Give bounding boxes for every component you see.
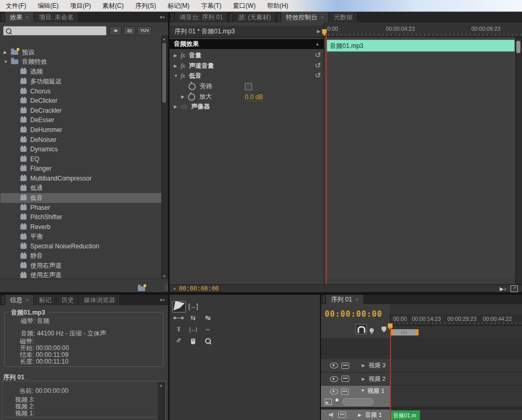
close-icon[interactable]: × — [355, 296, 359, 303]
rate-stretch-tool[interactable]: ↹ — [201, 313, 214, 323]
zoom-tool[interactable] — [201, 335, 214, 346]
chevron-down-icon[interactable]: ▼ — [361, 388, 365, 393]
effect-row-bypass[interactable]: 旁路 — [188, 81, 319, 91]
panel-menu-icon[interactable]: ▾≡ — [157, 295, 168, 305]
effect-row-bass[interactable]: ▼fx 低音 — [174, 71, 323, 81]
menu-sequence[interactable]: 序列(S) — [129, 0, 162, 11]
effect-row-volume[interactable]: ▶fx 音量 — [174, 51, 323, 61]
effect-item[interactable]: Phaser — [1, 203, 161, 213]
track-lane-audio1[interactable]: 音频01.m — [390, 410, 522, 420]
close-icon[interactable]: × — [321, 14, 324, 20]
sync-lock-icon[interactable] — [341, 376, 349, 382]
panel-menu-icon[interactable]: ▾≡ — [157, 12, 168, 22]
effect-item[interactable]: 平衡 — [1, 232, 161, 242]
effect-item[interactable]: PitchShifter — [1, 212, 161, 222]
panel-grip[interactable] — [2, 296, 4, 304]
effect-item[interactable]: DeClicker — [1, 96, 161, 106]
tab-info[interactable]: 信息× — [5, 295, 34, 305]
tree-folder-audio-effects[interactable]: ▼音频特效 — [1, 57, 161, 67]
effect-item[interactable]: Reverb — [1, 222, 161, 232]
effect-item[interactable]: 低通 — [1, 183, 161, 193]
track-lane-video3[interactable] — [390, 359, 522, 373]
tab-markers[interactable]: 标记 — [34, 295, 56, 305]
track-select-tool[interactable]: [→] — [187, 301, 199, 311]
panel-grip[interactable] — [230, 14, 232, 21]
boost-value[interactable]: 0.0 dB — [245, 93, 263, 101]
tree-folder-presets[interactable]: ▶预设 — [1, 47, 161, 57]
effect-item[interactable]: EQ — [1, 154, 161, 164]
razor-tool[interactable]: ✂ — [173, 323, 184, 335]
tab-metadata[interactable]: 元数据 — [329, 12, 358, 22]
search-input[interactable] — [11, 27, 97, 34]
track-header-video3[interactable]: ▶ 视频 3 — [321, 359, 390, 373]
sync-lock-icon[interactable] — [341, 363, 349, 369]
collapse-section-icon[interactable]: ▲ — [315, 42, 319, 46]
effect-item[interactable]: DeCrackler — [1, 106, 161, 116]
reset-effect-icon[interactable]: ↺ — [315, 51, 321, 59]
chevron-right-icon[interactable]: ▶ — [181, 94, 188, 99]
tab-audio-mixer[interactable]: 调音台: 序列 01 — [175, 12, 228, 22]
effect-item[interactable]: 多功能延迟 — [1, 77, 161, 87]
scrollbar-thumb[interactable] — [516, 41, 520, 53]
pen-tool[interactable]: ✎ — [172, 335, 185, 346]
scroll-up-icon[interactable]: ▲ — [162, 36, 167, 42]
track-lane-video1[interactable] — [390, 386, 522, 407]
menu-clip[interactable]: 素材(C) — [97, 0, 129, 11]
scroll-up-icon[interactable]: ▲ — [159, 383, 163, 388]
tab-history[interactable]: 历史 — [56, 295, 79, 305]
playhead-line[interactable] — [326, 33, 327, 289]
sync-lock-icon[interactable] — [341, 389, 349, 395]
close-icon[interactable]: × — [26, 14, 29, 20]
timeline-current-timecode[interactable]: 00:00:00:00 — [325, 309, 382, 319]
work-area-bar[interactable] — [390, 329, 419, 335]
panel-gap[interactable] — [0, 292, 522, 295]
scrollbar-thumb[interactable] — [162, 43, 166, 103]
effect-item[interactable]: DeEsser — [1, 115, 161, 125]
track-header-audio1[interactable]: ▶ 音频 1 — [321, 410, 390, 420]
ripple-edit-tool[interactable]: ⇤⇥ — [172, 313, 185, 323]
toggle-track-output-icon[interactable] — [330, 389, 338, 394]
reset-effect-icon[interactable]: ↺ — [315, 71, 321, 79]
audio-clip[interactable]: 音频01.m — [390, 410, 420, 420]
work-area-center-handle[interactable] — [401, 331, 408, 334]
track-header-video1[interactable]: ▼ 视频 1 ◆ — [321, 386, 390, 407]
effect-item[interactable]: 使用右声道 — [1, 261, 161, 271]
effect-item[interactable]: MultibandCompressor — [1, 174, 161, 184]
filter-accelerated-effects-button[interactable]: ♪▶ — [109, 26, 122, 35]
toggle-animation-icon[interactable] — [188, 83, 196, 90]
mini-timeline-ruler[interactable]: 0:00 00:00:04:23 00:00:09:23 — [324, 22, 522, 37]
slip-tool[interactable]: |↔| — [187, 324, 199, 334]
slide-tool[interactable]: ⇔ — [201, 324, 214, 334]
tab-sequence-01[interactable]: 序列 01× — [326, 295, 364, 304]
show-timeline-view-icon[interactable]: ▶ — [317, 29, 321, 34]
hand-tool[interactable] — [187, 335, 199, 346]
panel-gap[interactable] — [320, 295, 321, 420]
set-display-style-icon[interactable] — [325, 399, 332, 405]
chevron-right-icon[interactable]: ▶ — [362, 363, 365, 368]
info-scrollbar[interactable]: ▲ — [158, 382, 165, 420]
play-audio-icon[interactable]: ▶♪ — [500, 286, 506, 292]
chevron-right-icon[interactable]: ▶ — [358, 413, 361, 417]
panel-grip[interactable] — [323, 295, 325, 303]
current-timecode[interactable]: 00:00:00:00 — [179, 285, 219, 293]
encore-chapter-marker-button[interactable] — [370, 325, 374, 334]
reset-effect-icon[interactable]: ↺ — [315, 61, 321, 69]
rolling-edit-tool[interactable]: ⇆ — [187, 313, 199, 323]
track-header-video2[interactable]: ▶ 视频 2 — [321, 373, 390, 386]
chevron-right-icon[interactable]: ▶ — [4, 50, 11, 55]
sync-lock-icon[interactable] — [338, 412, 346, 418]
menu-project[interactable]: 项目(P) — [64, 0, 97, 11]
chevron-right-icon[interactable]: ▶ — [174, 53, 181, 58]
export-icon[interactable]: ↗ — [511, 285, 518, 292]
effect-item[interactable]: 选频 — [1, 67, 161, 77]
playhead-line[interactable] — [390, 328, 391, 420]
effect-row-panner[interactable]: ▶ 声像器 — [174, 102, 323, 112]
effect-row-channel-volume[interactable]: ▶fx 声道音量 — [174, 61, 323, 71]
filter-32bit-button[interactable]: 32 — [123, 26, 136, 35]
tab-project[interactable]: 项目: 未命名 — [34, 12, 79, 22]
toggle-animation-icon[interactable] — [188, 93, 195, 101]
tab-source-monitor[interactable]: 源: (无素材) — [233, 12, 276, 22]
new-custom-bin-icon[interactable] — [138, 286, 145, 291]
menu-marker[interactable]: 标记(M) — [162, 0, 195, 11]
menu-edit[interactable]: 编辑(E) — [32, 0, 64, 11]
